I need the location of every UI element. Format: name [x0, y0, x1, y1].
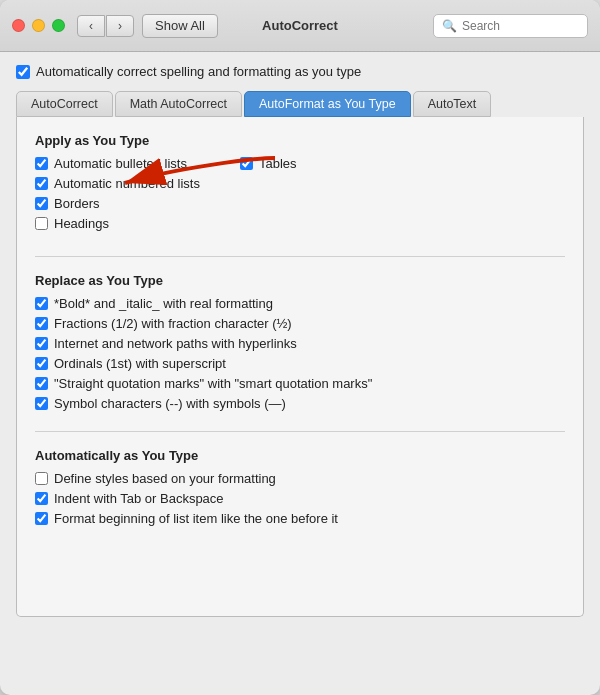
tab-math-autocorrect[interactable]: Math AutoCorrect [115, 91, 242, 117]
checkbox-headings[interactable] [35, 217, 48, 230]
list-item: Indent with Tab or Backspace [35, 491, 565, 506]
list-item: Tables [240, 156, 297, 171]
window-title: AutoCorrect [262, 18, 338, 33]
list-item: Headings [35, 216, 200, 231]
list-item: Define styles based on your formatting [35, 471, 565, 486]
title-bar: ‹ › Show All AutoCorrect 🔍 [0, 0, 600, 52]
checkbox-indent-tab[interactable] [35, 492, 48, 505]
tab-autoformat[interactable]: AutoFormat as You Type [244, 91, 411, 117]
tab-content: Apply as You Type Automatic bulleted lis… [16, 117, 584, 617]
checkbox-bulleted-lists[interactable] [35, 157, 48, 170]
traffic-lights [12, 19, 65, 32]
list-item: Symbol characters (--) with symbols (—) [35, 396, 565, 411]
tab-autotext[interactable]: AutoText [413, 91, 492, 117]
list-item: *Bold* and _italic_ with real formatting [35, 296, 565, 311]
tabs: AutoCorrect Math AutoCorrect AutoFormat … [16, 91, 584, 117]
show-all-label: Show All [155, 18, 205, 33]
checkbox-borders[interactable] [35, 197, 48, 210]
apply-columns: Automatic bulleted lists Automatic numbe… [35, 156, 565, 236]
content: Automatically correct spelling and forma… [0, 52, 600, 695]
search-box[interactable]: 🔍 [433, 14, 588, 38]
search-input[interactable] [462, 19, 579, 33]
section-apply: Apply as You Type Automatic bulleted lis… [35, 133, 565, 236]
checkbox-format-list[interactable] [35, 512, 48, 525]
section-replace: Replace as You Type *Bold* and _italic_ … [35, 273, 565, 411]
window: ‹ › Show All AutoCorrect 🔍 Automatically… [0, 0, 600, 695]
nav-back-button[interactable]: ‹ [77, 15, 105, 37]
list-item: Internet and network paths with hyperlin… [35, 336, 565, 351]
top-checkbox-row: Automatically correct spelling and forma… [16, 64, 584, 79]
close-button[interactable] [12, 19, 25, 32]
list-item: Automatic numbered lists [35, 176, 200, 191]
list-item: Ordinals (1st) with superscript [35, 356, 565, 371]
divider-2 [35, 431, 565, 432]
show-all-button[interactable]: Show All [142, 14, 218, 38]
list-item: Borders [35, 196, 200, 211]
checkbox-symbols[interactable] [35, 397, 48, 410]
checkbox-bold-italic[interactable] [35, 297, 48, 310]
list-item: "Straight quotation marks" with "smart q… [35, 376, 565, 391]
section-replace-title: Replace as You Type [35, 273, 565, 288]
apply-right-col: Tables [240, 156, 297, 236]
list-item: Automatic bulleted lists [35, 156, 200, 171]
checkbox-tables[interactable] [240, 157, 253, 170]
checkbox-fractions[interactable] [35, 317, 48, 330]
top-checkbox[interactable] [16, 65, 30, 79]
nav-forward-button[interactable]: › [106, 15, 134, 37]
search-icon: 🔍 [442, 19, 457, 33]
checkbox-define-styles[interactable] [35, 472, 48, 485]
minimize-button[interactable] [32, 19, 45, 32]
list-item: Format beginning of list item like the o… [35, 511, 565, 526]
list-item: Fractions (1/2) with fraction character … [35, 316, 565, 331]
tab-autocorrect[interactable]: AutoCorrect [16, 91, 113, 117]
section-apply-title: Apply as You Type [35, 133, 565, 148]
nav-buttons: ‹ › [77, 15, 134, 37]
top-checkbox-label: Automatically correct spelling and forma… [36, 64, 361, 79]
section-auto-title: Automatically as You Type [35, 448, 565, 463]
divider-1 [35, 256, 565, 257]
checkbox-numbered-lists[interactable] [35, 177, 48, 190]
checkbox-ordinals[interactable] [35, 357, 48, 370]
maximize-button[interactable] [52, 19, 65, 32]
checkbox-hyperlinks[interactable] [35, 337, 48, 350]
apply-left-col: Automatic bulleted lists Automatic numbe… [35, 156, 200, 236]
section-automatically: Automatically as You Type Define styles … [35, 448, 565, 526]
checkbox-quotes[interactable] [35, 377, 48, 390]
